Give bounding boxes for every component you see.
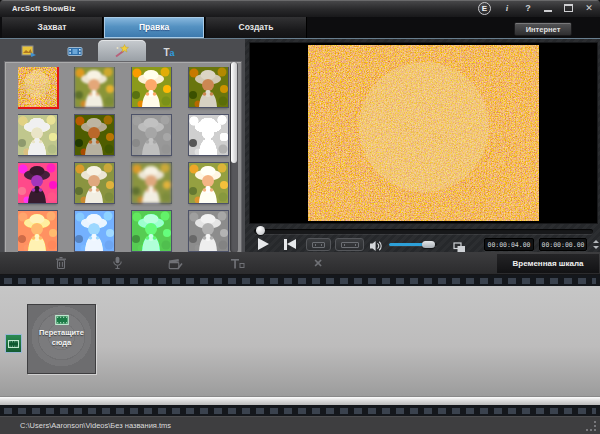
add-text-button[interactable]: [230, 256, 246, 271]
preview-panel: 00:00:04.00 00:00:00.00: [245, 39, 600, 253]
effect-thumb-neon[interactable]: [18, 163, 57, 203]
timecode-spinner[interactable]: [591, 238, 600, 251]
effect-thumb-emboss[interactable]: [132, 115, 171, 155]
split-clip-button[interactable]: ✕: [310, 256, 326, 271]
effect-preview-image: [18, 163, 57, 203]
play-button[interactable]: [258, 238, 269, 250]
fullscreen-button[interactable]: [453, 239, 466, 250]
volume-handle[interactable]: [422, 241, 435, 248]
effect-preview-image: [189, 67, 228, 107]
window-title: ArcSoft ShowBiz: [12, 4, 75, 13]
project-path: C:\Users\Aaronson\Videos\Без названия.tm…: [20, 421, 171, 430]
effect-thumb-bright[interactable]: [18, 115, 57, 155]
noise-effect-overlay: [18, 67, 57, 107]
effect-preview-image: [75, 115, 114, 155]
double-frame-icon: [341, 242, 359, 248]
effect-thumb-sketch[interactable]: [189, 115, 228, 155]
effect-preview-image: [189, 211, 228, 251]
effects-scrollbar[interactable]: [230, 62, 238, 253]
edit-clip-button[interactable]: [168, 256, 184, 271]
volume-slider[interactable]: [389, 243, 437, 246]
status-bar: C:\Users\Aaronson\Videos\Без названия.tm…: [0, 416, 600, 434]
speaker-icon[interactable]: [369, 238, 383, 250]
tab-edit[interactable]: Правка: [104, 17, 205, 38]
effect-preview-image: [189, 115, 228, 155]
tab-transitions[interactable]: [52, 41, 98, 61]
tab-effects[interactable]: [98, 40, 146, 61]
single-frame-icon: [312, 242, 325, 248]
mark-in-button[interactable]: [306, 238, 331, 251]
timecode-position[interactable]: 00:00:00.00: [539, 238, 587, 251]
storyboard-dropzone[interactable]: Перетащите сюда: [27, 304, 96, 374]
dropzone-label: Перетащите сюда: [33, 328, 91, 348]
effect-thumb-grayscale[interactable]: [189, 211, 228, 251]
seek-track[interactable]: [254, 229, 593, 234]
effect-preview-image: [18, 211, 57, 251]
effect-thumb-red-tone[interactable]: [18, 211, 57, 251]
app-window: ArcSoft ShowBiz E i ? ✕ Захват Правка Со…: [0, 0, 600, 434]
effect-thumb-original[interactable]: [75, 163, 114, 203]
storyboard-toolbar: ✕ Раскадровка Временная шкала: [0, 252, 600, 275]
transport-controls: 00:00:04.00 00:00:00.00: [250, 236, 597, 253]
transitions-icon: [67, 46, 83, 57]
media-icon: [21, 45, 37, 58]
effects-grid: [18, 67, 230, 253]
effects-library: [4, 61, 242, 253]
titles-icon: Ta: [163, 42, 174, 60]
film-frame-icon: [8, 340, 19, 348]
library-panel: Ta: [0, 39, 245, 253]
effect-thumb-blur[interactable]: [132, 163, 171, 203]
effect-preview-image: [132, 67, 171, 107]
effect-thumb-blue-tone[interactable]: [75, 211, 114, 251]
effect-thumb-dark-paint[interactable]: [75, 115, 114, 155]
seek-handle[interactable]: [256, 226, 265, 235]
filmstrip-bottom: [0, 405, 600, 416]
mark-out-button[interactable]: [335, 238, 364, 251]
maximize-icon[interactable]: [561, 2, 575, 15]
effect-preview-image: [75, 67, 114, 107]
storyboard-hscrollbar[interactable]: [0, 396, 600, 405]
effect-thumb-noise[interactable]: [18, 67, 57, 107]
track-media-icon[interactable]: [5, 334, 22, 353]
delete-button[interactable]: [55, 256, 71, 271]
storyboard-track[interactable]: Перетащите сюда: [0, 286, 600, 396]
record-voiceover-button[interactable]: [112, 256, 128, 271]
title-bar[interactable]: ArcSoft ShowBiz E i ? ✕: [0, 0, 600, 17]
preview-noise-frame: [308, 45, 539, 221]
effect-thumb-mosaic[interactable]: [75, 67, 114, 107]
tab-capture[interactable]: Захват: [2, 17, 103, 38]
arcsoft-logo-icon[interactable]: E: [478, 2, 491, 15]
resize-grip[interactable]: [587, 422, 596, 431]
info-icon[interactable]: i: [500, 2, 514, 14]
effect-preview-image: [18, 115, 57, 155]
preview-screen: [250, 43, 597, 223]
main-tab-bar: Захват Правка Создать Интернет: [0, 17, 600, 38]
main-content: Ta: [0, 38, 600, 252]
magic-wand-icon: [114, 44, 130, 58]
tab-create[interactable]: Создать: [206, 17, 307, 38]
filmstrip-top: [0, 275, 600, 286]
tab-titles[interactable]: Ta: [146, 41, 192, 61]
effect-preview-image: [132, 163, 171, 203]
internet-button[interactable]: Интернет: [514, 22, 572, 36]
timecode-duration: 00:00:04.00: [484, 238, 534, 251]
film-frame-icon: [55, 315, 69, 325]
close-icon[interactable]: ✕: [582, 2, 596, 14]
effect-preview-image: [75, 163, 114, 203]
scrollbar-thumb[interactable]: [231, 62, 237, 163]
effect-thumb-oil-paint[interactable]: [132, 67, 171, 107]
timeline-view-button[interactable]: Временная шкала: [497, 254, 599, 273]
effect-preview-image: [132, 211, 171, 251]
effect-thumb-vignette[interactable]: [189, 67, 228, 107]
minimize-icon[interactable]: [541, 2, 555, 15]
effect-preview-image: [189, 163, 228, 203]
previous-frame-button[interactable]: [284, 239, 297, 250]
effect-thumb-green-tone[interactable]: [132, 211, 171, 251]
seek-bar: [250, 225, 597, 236]
effect-preview-image: [132, 115, 171, 155]
effect-preview-image: [75, 211, 114, 251]
tab-media[interactable]: [6, 41, 52, 61]
help-icon[interactable]: ?: [521, 2, 535, 14]
effect-thumb-soft[interactable]: [189, 163, 228, 203]
